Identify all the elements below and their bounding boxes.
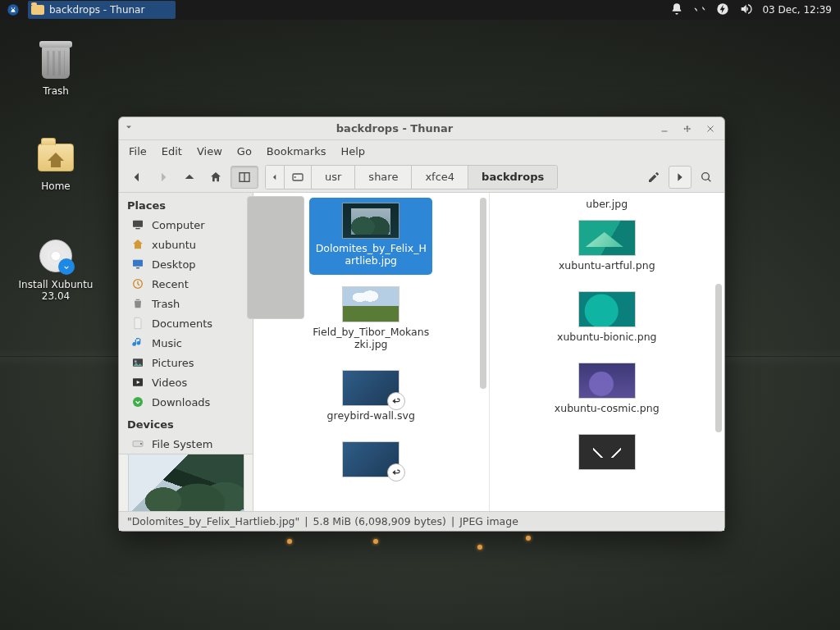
svg-rect-11	[133, 221, 143, 227]
menu-file[interactable]: File	[129, 145, 147, 158]
path-root-device[interactable]	[285, 166, 312, 189]
folder-icon	[31, 5, 44, 15]
window-minimize-button[interactable]	[655, 121, 673, 137]
window-titlebar[interactable]: backdrops - Thunar	[119, 117, 724, 140]
path-segment[interactable]: share	[355, 166, 412, 189]
pictures-icon	[130, 356, 145, 369]
sidebar-scrollbar[interactable]	[246, 196, 253, 372]
file-item[interactable]	[546, 429, 669, 478]
svg-line-10	[708, 179, 710, 181]
file-item[interactable]: greybird-wall.svg	[309, 365, 432, 430]
taskbar-item-thunar[interactable]: backdrops - Thunar	[28, 1, 176, 19]
window-title: backdrops - Thunar	[139, 122, 651, 135]
file-item[interactable]: xubuntu-cosmic.png	[546, 358, 669, 422]
path-segment[interactable]: xfce4	[412, 166, 468, 189]
home-icon	[130, 238, 145, 251]
menu-help[interactable]: Help	[340, 145, 365, 158]
svg-rect-4	[662, 130, 668, 131]
file-name: Field_by_Tibor_Mokanszki.jpg	[313, 326, 429, 350]
file-column-right[interactable]: uber.jpg xubuntu-artful.png xubuntu-bion…	[489, 193, 725, 511]
sidebar-item-xubuntu[interactable]: xubuntu	[119, 235, 253, 254]
dock-indicator	[477, 545, 482, 550]
preview-image	[128, 454, 244, 511]
search-button[interactable]	[695, 166, 718, 189]
thumbnail	[342, 203, 399, 239]
desktop-icon-installer[interactable]: Install Xubuntu 23.04	[15, 236, 97, 302]
videos-icon	[130, 376, 145, 389]
file-item[interactable]: xubuntu-bionic.png	[546, 286, 669, 351]
power-manager-icon[interactable]	[716, 2, 729, 18]
path-segment[interactable]: usr	[312, 166, 355, 189]
whisker-menu-button[interactable]	[0, 0, 26, 20]
nav-forward-button[interactable]	[152, 166, 175, 189]
scrollbar[interactable]	[479, 198, 487, 506]
sidebar-item-recent[interactable]: Recent	[119, 274, 253, 294]
symlink-badge-icon	[387, 392, 405, 410]
view-split-toggle[interactable]	[231, 166, 258, 189]
thumbnail	[342, 441, 399, 477]
svg-point-9	[702, 172, 710, 180]
edit-path-button[interactable]	[642, 166, 665, 189]
file-name: xubuntu-artful.png	[559, 259, 655, 272]
task-title: backdrops - Thunar	[49, 4, 144, 16]
file-column-left[interactable]: Dolomites_by_Felix_Hartlieb.jpg Field_by…	[253, 193, 489, 511]
status-separator: |	[304, 515, 308, 527]
desktop-icon-label: Home	[41, 180, 70, 192]
menu-view[interactable]: View	[197, 145, 222, 158]
menu-bookmarks[interactable]: Bookmarks	[267, 145, 326, 158]
volume-icon[interactable]	[739, 2, 752, 18]
sidebar-item-videos[interactable]: Videos	[119, 372, 253, 392]
file-item[interactable]: xubuntu-artful.png	[546, 215, 669, 280]
desktop-icon	[130, 258, 145, 271]
sidebar-item-label: Recent	[152, 278, 189, 290]
thumbnail	[342, 286, 399, 322]
sidebar-item-desktop[interactable]: Desktop	[119, 254, 253, 274]
path-history-dropdown[interactable]	[669, 166, 692, 189]
sidebar-item-label: Pictures	[152, 357, 194, 369]
dock-indicator	[526, 536, 531, 541]
nav-up-button[interactable]	[178, 166, 201, 189]
sidebar-item-filesystem[interactable]: File System	[119, 434, 253, 454]
menu-edit[interactable]: Edit	[162, 145, 182, 158]
menu-go[interactable]: Go	[237, 145, 252, 158]
file-item[interactable]	[309, 436, 432, 486]
path-bar: usr share xfce4 backdrops	[265, 165, 558, 189]
drive-icon	[130, 437, 145, 450]
sidebar-item-downloads[interactable]: Downloads	[119, 392, 253, 412]
computer-icon	[130, 218, 145, 231]
nav-back-button[interactable]	[126, 166, 148, 189]
svg-point-17	[135, 360, 137, 363]
toolbar: usr share xfce4 backdrops	[119, 162, 724, 193]
sidebar-item-trash[interactable]: Trash	[119, 294, 253, 313]
scrollbar[interactable]	[714, 198, 723, 506]
desktop-icon-trash[interactable]: Trash	[15, 43, 97, 97]
home-folder-icon	[38, 144, 74, 171]
sidebar-item-documents[interactable]: Documents	[119, 313, 253, 333]
content-area: Dolomites_by_Felix_Hartlieb.jpg Field_by…	[253, 193, 724, 511]
svg-point-19	[133, 397, 143, 407]
path-segment-current[interactable]: backdrops	[468, 166, 557, 189]
top-panel: backdrops - Thunar 03 Dec, 12:39	[0, 0, 840, 20]
window-close-button[interactable]	[701, 121, 719, 137]
network-icon[interactable]	[693, 2, 706, 18]
file-item[interactable]: Dolomites_by_Felix_Hartlieb.jpg	[309, 198, 432, 275]
sidebar-item-computer[interactable]: Computer	[119, 215, 253, 235]
sidebar-item-music[interactable]: Music	[119, 333, 253, 353]
notification-icon[interactable]	[670, 2, 683, 18]
sidebar-item-pictures[interactable]: Pictures	[119, 353, 253, 372]
desktop-icon-home[interactable]: Home	[15, 138, 97, 192]
downloads-icon	[130, 395, 145, 409]
menu-bar: File Edit View Go Bookmarks Help	[119, 140, 724, 162]
status-bar: "Dolomites_by_Felix_Hartlieb.jpg" | 5.8 …	[119, 511, 724, 531]
window-maximize-button[interactable]	[678, 121, 696, 137]
window-menu-icon[interactable]	[124, 122, 134, 135]
symlink-badge-icon	[387, 463, 405, 482]
file-item[interactable]: Field_by_Tibor_Mokanszki.jpg	[309, 281, 432, 358]
file-name: xubuntu-cosmic.png	[555, 402, 660, 414]
sidebar-item-label: Music	[152, 337, 182, 349]
sidebar-heading-devices: Devices	[119, 412, 253, 434]
file-name: greybird-wall.svg	[327, 409, 415, 422]
panel-clock[interactable]: 03 Dec, 12:39	[762, 4, 832, 16]
nav-home-button[interactable]	[204, 166, 227, 189]
path-back-chevron[interactable]	[266, 166, 285, 189]
